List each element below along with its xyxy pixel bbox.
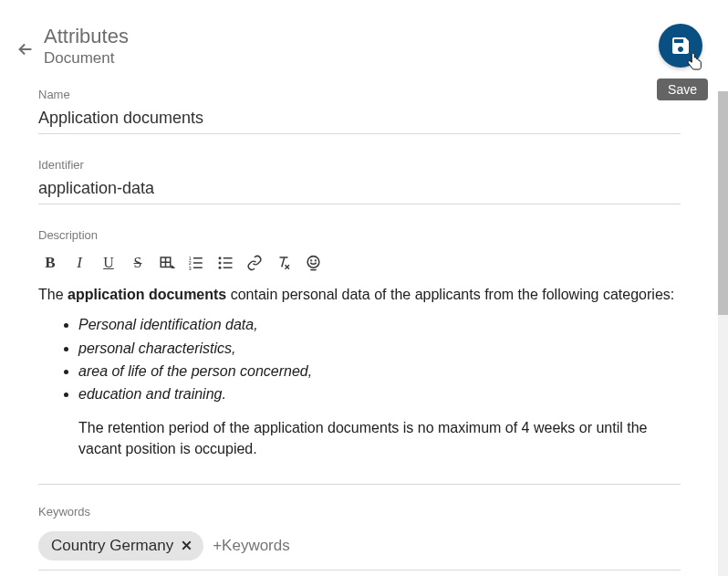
desc-text: The retention period of the application … bbox=[38, 417, 681, 459]
desc-bullet-list: Personal identification data, personal c… bbox=[38, 314, 681, 404]
desc-bullet: education and training. bbox=[78, 383, 681, 404]
scrollbar-thumb[interactable] bbox=[718, 91, 728, 315]
identifier-input[interactable] bbox=[38, 175, 681, 204]
save-button[interactable] bbox=[659, 24, 702, 68]
back-button[interactable] bbox=[13, 37, 38, 62]
page-subtitle: Document bbox=[44, 49, 701, 68]
bold-button[interactable]: B bbox=[38, 251, 62, 275]
italic-button[interactable]: I bbox=[68, 251, 91, 275]
unordered-list-button[interactable] bbox=[213, 251, 237, 275]
svg-rect-4 bbox=[193, 257, 203, 259]
arrow-left-icon bbox=[16, 39, 36, 59]
svg-rect-12 bbox=[224, 267, 233, 269]
clear-format-button[interactable] bbox=[272, 251, 296, 275]
identifier-field: Identifier bbox=[38, 158, 681, 204]
svg-rect-6 bbox=[193, 267, 203, 269]
keywords-label: Keywords bbox=[38, 505, 681, 518]
chip-label: Country Germany bbox=[51, 537, 173, 555]
name-field: Name bbox=[38, 88, 681, 134]
desc-bullet: Personal identification data, bbox=[78, 314, 681, 335]
table-icon bbox=[159, 255, 175, 271]
link-button[interactable] bbox=[243, 251, 266, 275]
strike-button[interactable]: S bbox=[126, 251, 150, 275]
svg-rect-5 bbox=[193, 262, 203, 264]
save-icon bbox=[670, 35, 692, 57]
name-input[interactable] bbox=[38, 105, 681, 134]
desc-text: The bbox=[38, 287, 68, 302]
emoji-button[interactable] bbox=[301, 251, 325, 275]
name-label: Name bbox=[38, 88, 681, 101]
svg-text:3: 3 bbox=[189, 266, 192, 271]
svg-rect-11 bbox=[224, 262, 233, 264]
desc-bullet: area of life of the person concerned, bbox=[78, 361, 681, 382]
table-button[interactable] bbox=[155, 251, 179, 275]
keywords-input[interactable] bbox=[213, 537, 681, 555]
svg-point-8 bbox=[219, 262, 222, 265]
svg-point-7 bbox=[219, 257, 222, 259]
chip-remove-button[interactable] bbox=[179, 538, 194, 553]
ordered-list-button[interactable]: 123 bbox=[184, 251, 208, 275]
description-field: Description B I U S 123 bbox=[38, 228, 681, 484]
identifier-label: Identifier bbox=[38, 158, 681, 172]
svg-point-9 bbox=[219, 267, 222, 269]
svg-point-15 bbox=[315, 260, 316, 261]
emoji-icon bbox=[305, 255, 322, 272]
svg-rect-10 bbox=[224, 257, 233, 259]
close-icon bbox=[179, 538, 194, 553]
svg-point-14 bbox=[310, 260, 311, 261]
link-icon bbox=[246, 255, 263, 271]
desc-bullet: personal characteristics, bbox=[78, 338, 681, 359]
editor-toolbar: B I U S 123 bbox=[38, 246, 681, 284]
description-editor[interactable]: The application documents contain person… bbox=[38, 284, 681, 476]
desc-text: contain personal data of the applicants … bbox=[226, 287, 674, 302]
desc-text: application documents bbox=[68, 287, 226, 302]
page-title: Attributes bbox=[44, 26, 701, 47]
description-label: Description bbox=[38, 228, 681, 242]
clear-format-icon bbox=[276, 255, 292, 271]
underline-button[interactable]: U bbox=[97, 251, 120, 275]
svg-point-13 bbox=[307, 256, 319, 267]
keywords-field: Keywords Country Germany bbox=[38, 505, 681, 571]
keyword-chip[interactable]: Country Germany bbox=[38, 531, 203, 560]
save-tooltip: Save bbox=[657, 79, 708, 100]
ordered-list-icon: 123 bbox=[188, 255, 204, 271]
unordered-list-icon bbox=[217, 255, 234, 271]
